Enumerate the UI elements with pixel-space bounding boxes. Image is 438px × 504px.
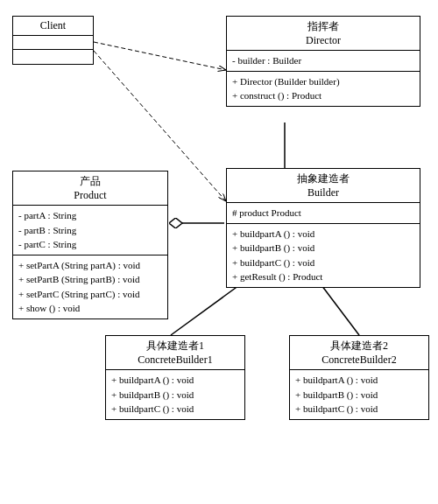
concrete2-label-en: ConcreteBuilder2: [294, 354, 424, 367]
builder-method-1: + buildpartA () : void: [232, 227, 414, 242]
builder-header: 抽象建造者 Builder: [227, 169, 420, 203]
concrete2-method-3: + buildpartC () : void: [295, 402, 423, 416]
builder-method-2: + buildpartB () : void: [232, 241, 414, 256]
director-method-2: + construct () : Product: [232, 88, 414, 103]
concrete2-label-cn: 具体建造者2: [294, 339, 424, 354]
builder-box: 抽象建造者 Builder # product Product + buildp…: [226, 168, 420, 288]
concrete1-box: 具体建造者1 ConcreteBuilder1 + buildpartA () …: [105, 335, 245, 420]
director-box: 指挥者 Director - builder : Builder + Direc…: [226, 16, 420, 107]
product-header: 产品 Product: [13, 172, 167, 206]
concrete2-method-2: + buildpartB () : void: [295, 388, 423, 402]
client-box: Client: [12, 16, 94, 65]
client-header: Client: [13, 17, 93, 36]
diagram: Client 指挥者 Director - builder : Builder …: [0, 0, 438, 504]
product-field-2: - partB : String: [18, 223, 162, 238]
builder-label-cn: 抽象建造者: [231, 172, 415, 186]
product-method-1: + setPartA (String partA) : void: [18, 258, 162, 273]
client-section2: [13, 50, 93, 64]
concrete1-label-cn: 具体建造者1: [110, 339, 240, 354]
product-method-2: + setPartB (String partB) : void: [18, 272, 162, 287]
product-field-3: - partC : String: [18, 237, 162, 252]
product-method-3: + setPartC (String partC) : void: [18, 287, 162, 302]
concrete2-header: 具体建造者2 ConcreteBuilder2: [290, 336, 428, 370]
builder-label-en: Builder: [231, 186, 415, 200]
concrete2-box: 具体建造者2 ConcreteBuilder2 + buildpartA () …: [289, 335, 429, 420]
director-method-1: + Director (Builder builder): [232, 74, 414, 89]
product-fields: - partA : String - partB : String - part…: [13, 206, 167, 256]
director-label-en: Director: [231, 34, 415, 47]
client-label: Client: [40, 19, 66, 32]
concrete1-label-en: ConcreteBuilder1: [110, 354, 240, 367]
builder-field-1: # product Product: [232, 206, 414, 220]
concrete2-method-1: + buildpartA () : void: [295, 373, 423, 388]
client-section1: [13, 36, 93, 50]
product-methods: + setPartA (String partA) : void + setPa…: [13, 256, 167, 318]
director-label-cn: 指挥者: [231, 19, 415, 34]
director-methods: + Director (Builder builder) + construct…: [227, 72, 420, 106]
builder-method-3: + buildpartC () : void: [232, 256, 414, 270]
product-box: 产品 Product - partA : String - partB : St…: [12, 171, 168, 319]
concrete2-methods: + buildpartA () : void + buildpartB () :…: [290, 370, 428, 419]
concrete1-header: 具体建造者1 ConcreteBuilder1: [106, 336, 244, 370]
concrete1-method-1: + buildpartA () : void: [111, 373, 239, 388]
builder-fields: # product Product: [227, 203, 420, 224]
concrete1-methods: + buildpartA () : void + buildpartB () :…: [106, 370, 244, 419]
product-label-cn: 产品: [18, 174, 163, 189]
director-header: 指挥者 Director: [227, 17, 420, 51]
concrete1-method-2: + buildpartB () : void: [111, 388, 239, 402]
product-method-4: + show () : void: [18, 301, 162, 316]
director-field-1: - builder : Builder: [232, 53, 414, 68]
product-field-1: - partA : String: [18, 208, 162, 223]
director-fields: - builder : Builder: [227, 51, 420, 72]
concrete1-method-3: + buildpartC () : void: [111, 402, 239, 416]
builder-method-4: + getResult () : Product: [232, 270, 414, 284]
builder-methods: + buildpartA () : void + buildpartB () :…: [227, 224, 420, 287]
product-label-en: Product: [18, 189, 163, 202]
svg-line-2: [94, 42, 226, 70]
